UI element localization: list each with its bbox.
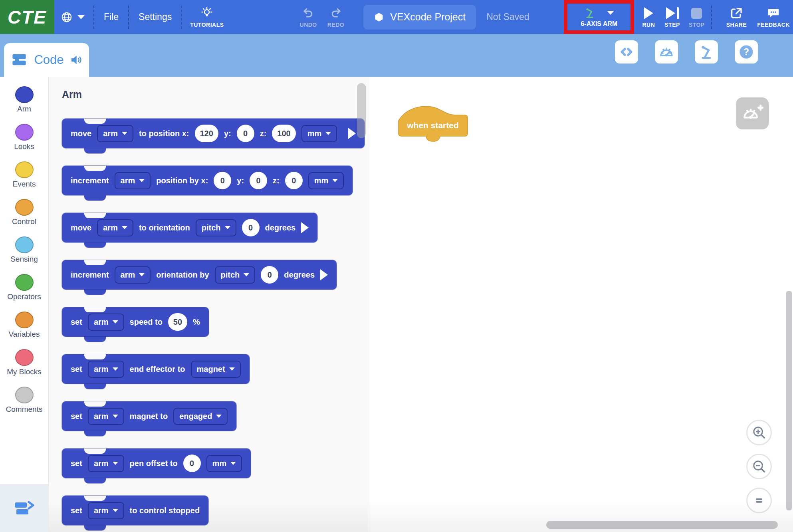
value-input[interactable]: 0 [250,172,267,189]
mm-dropdown[interactable]: mm [308,172,344,189]
value-input[interactable]: 0 [237,125,254,142]
pitch-dropdown[interactable]: pitch [215,266,256,284]
chevron-down-icon [122,226,127,229]
category-label: Variables [9,330,40,339]
arm-dropdown[interactable]: arm [97,219,133,236]
value-input[interactable]: 0 [285,172,303,189]
workspace-toolbar: Code [0,34,793,77]
palette-block-move-to-position[interactable]: movearmto position x:120y:0z:100mm [62,119,365,148]
expand-arrow-icon[interactable] [320,269,328,280]
sidebar-category-sensing[interactable]: Sensing [0,236,48,274]
dropdown-value: magnet [197,365,225,374]
arm-dropdown[interactable]: arm [88,408,124,425]
dashboard-button[interactable] [655,40,678,64]
robot-config-button[interactable] [695,40,718,64]
sidebar-category-arm[interactable]: Arm [0,86,48,124]
value-input[interactable]: 0 [183,455,201,472]
speaker-icon[interactable] [69,53,83,67]
tab-code[interactable]: Code [4,43,89,77]
project-name-button[interactable]: VEXcode Project [363,5,476,30]
palette-block-set-speed[interactable]: setarmspeed to50% [62,307,209,337]
share-button[interactable]: SHARE [726,6,747,28]
dropdown-value: arm [94,459,109,468]
arm-dropdown[interactable]: arm [115,172,151,189]
language-selector[interactable] [61,11,85,23]
block-text: end effector to [130,365,185,374]
value-input[interactable]: 0 [214,172,231,189]
run-button[interactable]: RUN [642,6,655,28]
step-button[interactable]: STEP [664,6,680,28]
magnet-dropdown[interactable]: magnet [191,361,241,378]
arm-dropdown[interactable]: arm [97,125,133,142]
zoom-in-button[interactable] [746,420,772,445]
block-text: pen offset to [130,459,178,468]
dropdown-value: arm [121,176,135,185]
undo-button[interactable]: UNDO [300,6,317,28]
category-label: Looks [14,142,34,151]
sidebar-category-operators[interactable]: Operators [0,274,48,312]
arm-dropdown[interactable]: arm [115,266,151,284]
expand-arrow-icon[interactable] [348,128,356,139]
palette-scrollbar[interactable] [357,83,366,138]
palette-block-move-to-orientation[interactable]: movearmto orientationpitch0degrees [62,213,317,242]
zoom-reset-button[interactable] [746,488,772,513]
expand-arrow-icon[interactable] [301,222,309,233]
arm-dropdown[interactable]: arm [88,314,124,331]
workspace-canvas[interactable]: when started [368,77,793,532]
code-view-icon [619,44,634,60]
block-text: move [71,223,91,232]
engaged-dropdown[interactable]: engaged [173,408,228,425]
value-input[interactable]: 100 [272,125,295,142]
when-started-block[interactable]: when started [396,101,470,143]
add-dashboard-button[interactable] [736,97,769,129]
sidebar-category-events[interactable]: Events [0,161,48,199]
value-input[interactable]: 50 [168,313,187,331]
sidebar-category-looks[interactable]: Looks [0,124,48,161]
palette-block-set-magnet[interactable]: setarmmagnet toengaged [62,401,236,431]
my-blocks-footer-button[interactable] [0,484,48,532]
mm-dropdown[interactable]: mm [301,125,337,142]
sidebar-category-my-blocks[interactable]: My Blocks [0,349,48,387]
tutorials-button[interactable]: TUTORIALS [182,6,232,28]
canvas-horizontal-scrollbar[interactable] [546,521,778,529]
hexagon-icon [374,12,384,22]
palette-block-increment-orientation[interactable]: incrementarmorientation bypitch0degrees [62,260,337,290]
dropdown-value: arm [94,318,109,327]
dropdown-value: mm [307,129,322,138]
settings-menu[interactable]: Settings [129,12,181,22]
block-text: position by x: [156,176,208,185]
value-input[interactable]: 120 [195,125,218,142]
palette-block-increment-position[interactable]: incrementarmposition by x:0y:0z:0mm [62,166,353,195]
chevron-down-icon [113,509,118,512]
block-palette: Arm movearmto position x:120y:0z:100mmin… [49,77,368,532]
canvas-vertical-scrollbar[interactable] [786,291,792,510]
code-viewer-button[interactable] [615,40,638,64]
sidebar-category-comments[interactable]: Comments [0,387,48,424]
value-input[interactable]: 0 [261,266,278,284]
arm-dropdown[interactable]: arm [88,502,124,519]
mm-dropdown[interactable]: mm [206,455,242,472]
dashboard-add-icon [741,103,764,123]
palette-block-set-pen-offset[interactable]: setarmpen offset to0mm [62,449,251,478]
pitch-dropdown[interactable]: pitch [196,219,236,236]
redo-icon [330,6,342,20]
device-selector[interactable]: 6-AXIS ARM [581,7,617,28]
palette-block-set-end-effector[interactable]: setarmend effector tomagnet [62,354,250,384]
code-blocks-arrow-icon [13,498,36,518]
share-icon [730,6,743,20]
arm-dropdown[interactable]: arm [88,361,124,378]
sidebar-category-variables[interactable]: Variables [0,312,48,349]
sidebar-category-control[interactable]: Control [0,199,48,236]
undo-icon [302,6,314,20]
help-button[interactable]: ? [735,40,758,64]
block-text: to orientation [139,223,190,232]
feedback-button[interactable]: FEEDBACK [757,6,790,28]
value-input[interactable]: 0 [242,219,260,236]
arm-dropdown[interactable]: arm [88,455,124,472]
device-highlight-box: 6-AXIS ARM [564,0,634,34]
file-menu[interactable]: File [94,12,128,22]
zoom-out-button[interactable] [746,454,772,479]
redo-button[interactable]: REDO [327,6,344,28]
palette-block-set-control-stopped[interactable]: setarmto control stopped [62,496,208,525]
stop-button[interactable]: STOP [689,6,705,28]
